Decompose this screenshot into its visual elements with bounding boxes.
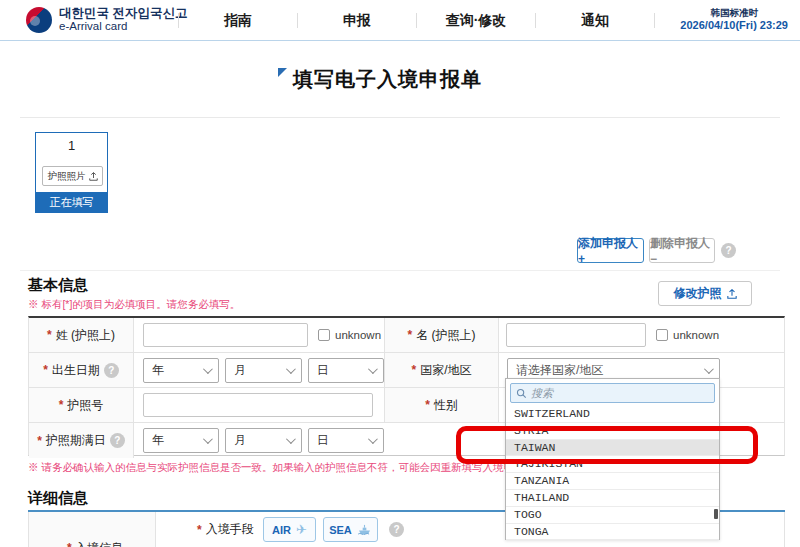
required-fields-note: ※ 标有[*]的项目为必填项目。请您务必填写。 (28, 298, 240, 312)
expiry-day-select[interactable]: 日 (308, 428, 384, 453)
country-option-tonga[interactable]: TONGA (506, 524, 719, 541)
sea-button-label: SEA (329, 524, 352, 536)
country-option-list: SWITZERLAND SYRIA TAIWAN TAJIKISTAN TANZ… (506, 406, 719, 540)
required-mark: * (408, 328, 413, 342)
required-mark: * (67, 541, 72, 547)
required-mark: * (411, 363, 416, 377)
title-corner-icon (278, 68, 287, 77)
country-option-switzerland[interactable]: SWITZERLAND (506, 406, 719, 423)
passport-number-label: * 护照号 (29, 388, 134, 422)
nav-divider (654, 13, 655, 28)
passport-expiry-label-text: 护照期满日 (46, 432, 106, 449)
ship-icon (357, 524, 372, 535)
day-select-label: 日 (317, 362, 329, 379)
givenname-label: * 名 (护照上) (384, 318, 499, 352)
passport-photo-label: 护照照片 (48, 170, 86, 183)
country-option-syria[interactable]: SYRIA (506, 423, 719, 440)
current-datetime: 2026/04/10(Fri) 23:29 (680, 19, 788, 33)
dropdown-search-box[interactable] (510, 383, 715, 403)
country-option-thailand[interactable]: THAILAND (506, 490, 719, 507)
nav-item-guide[interactable]: 指南 (179, 12, 297, 30)
entry-info-label-text: 入境信息 (75, 541, 123, 547)
required-mark: * (59, 398, 64, 412)
upload-icon (89, 172, 98, 181)
birth-year-select[interactable]: 年 (143, 358, 219, 383)
help-icon[interactable]: ? (721, 243, 736, 258)
birth-day-select[interactable]: 日 (308, 358, 384, 383)
passport-expiry-label: * 护照期满日 ? (29, 423, 134, 458)
main-nav: 指南 申报 查询·修改 通知 (178, 0, 655, 41)
add-applicant-button[interactable]: 添加申报人 + (577, 238, 644, 263)
dropdown-scrollbar-thumb[interactable] (714, 509, 718, 519)
remove-applicant-button[interactable]: 删除申报人 − (649, 238, 715, 263)
edit-passport-button[interactable]: 修改护照 (658, 281, 752, 306)
country-option-tajikistan[interactable]: TAJIKISTAN (506, 456, 719, 473)
korea-standard-time: 韩国标准时 2026/04/10(Fri) 23:29 (680, 7, 788, 33)
help-icon[interactable]: ? (104, 363, 119, 378)
applicant-card[interactable]: 1 护照照片 正在填写 (35, 132, 108, 213)
month-select-label: 月 (234, 432, 246, 449)
nav-item-declare[interactable]: 申报 (298, 12, 416, 30)
required-mark: * (197, 523, 202, 537)
time-zone-label: 韩国标准时 (680, 7, 788, 19)
detail-info-heading: 详细信息 (28, 489, 88, 508)
entry-method-label-text: 入境手段 (206, 521, 254, 538)
entry-mode-air-button[interactable]: AIR ✈ (263, 517, 316, 542)
passport-photo-button[interactable]: 护照照片 (42, 166, 103, 186)
country-search-input[interactable] (531, 387, 691, 399)
passport-number-input[interactable] (143, 393, 373, 417)
country-option-togo[interactable]: TOGO (506, 507, 719, 524)
month-select-label: 月 (234, 362, 246, 379)
entry-method-label: * 入境手段 (197, 521, 254, 538)
site-logo[interactable]: 대한민국 전자입국신고 e-Arrival card (26, 6, 187, 34)
required-mark: * (43, 363, 48, 377)
entry-mode-sea-button[interactable]: SEA (323, 517, 378, 542)
surname-input[interactable] (143, 323, 308, 347)
gender-label: * 性别 (384, 388, 499, 422)
country-option-taiwan[interactable]: TAIWAN (506, 440, 719, 457)
birth-month-select[interactable]: 月 (225, 358, 301, 383)
top-header: 대한민국 전자입국신고 e-Arrival card 指南 申报 查询·修改 通… (0, 0, 800, 41)
givenname-label-text: 名 (护照上) (416, 327, 475, 344)
chevron-down-icon (286, 434, 296, 444)
givenname-unknown-label: unknown (673, 329, 719, 341)
edit-passport-label: 修改护照 (674, 285, 722, 302)
status-badge-filling: 正在填写 (36, 192, 107, 212)
country-dropdown-panel: SWITZERLAND SYRIA TAIWAN TAJIKISTAN TANZ… (505, 378, 720, 540)
expiry-month-select[interactable]: 月 (225, 428, 301, 453)
plane-icon: ✈ (296, 522, 307, 537)
country-select-value: 请选择国家/地区 (516, 362, 603, 379)
givenname-input[interactable] (506, 323, 646, 347)
search-icon (516, 388, 527, 399)
givenname-unknown-checkbox[interactable] (656, 329, 668, 341)
surname-unknown-checkbox[interactable] (318, 329, 330, 341)
gender-label-text: 性别 (434, 397, 458, 414)
chevron-down-icon (203, 364, 213, 374)
table-row-name: * 姓 (护照上) unknown * 名 (护照上) unknown (29, 318, 784, 353)
applicant-number: 1 (36, 133, 107, 153)
year-select-label: 年 (152, 432, 164, 449)
birthdate-label: * 出生日期 ? (29, 353, 134, 387)
chevron-down-icon (203, 434, 213, 444)
required-mark: * (425, 398, 430, 412)
nav-item-notice[interactable]: 通知 (536, 12, 654, 30)
entry-info-label-cell: * 入境信息 (29, 512, 156, 547)
chevron-down-icon (704, 364, 714, 374)
page-title: 填写电子入境申报单 (293, 66, 482, 93)
year-select-label: 年 (152, 362, 164, 379)
birthdate-label-text: 出生日期 (52, 362, 100, 379)
logo-title-korean: 대한민국 전자입국신고 (59, 6, 187, 20)
air-button-label: AIR (272, 524, 291, 536)
basic-info-heading: 基本信息 (28, 276, 88, 295)
nav-item-query-modify[interactable]: 查询·修改 (417, 12, 535, 30)
expiry-year-select[interactable]: 年 (143, 428, 219, 453)
country-label: * 国家/地区 (384, 353, 499, 387)
taegeuk-logo-icon (26, 7, 52, 33)
divider (20, 117, 780, 118)
help-icon[interactable]: ? (110, 433, 125, 448)
day-select-label: 日 (317, 432, 329, 449)
help-icon[interactable]: ? (389, 522, 404, 537)
surname-unknown-label: unknown (335, 329, 381, 341)
divider (20, 270, 780, 271)
country-option-tanzania[interactable]: TANZANIA (506, 473, 719, 490)
